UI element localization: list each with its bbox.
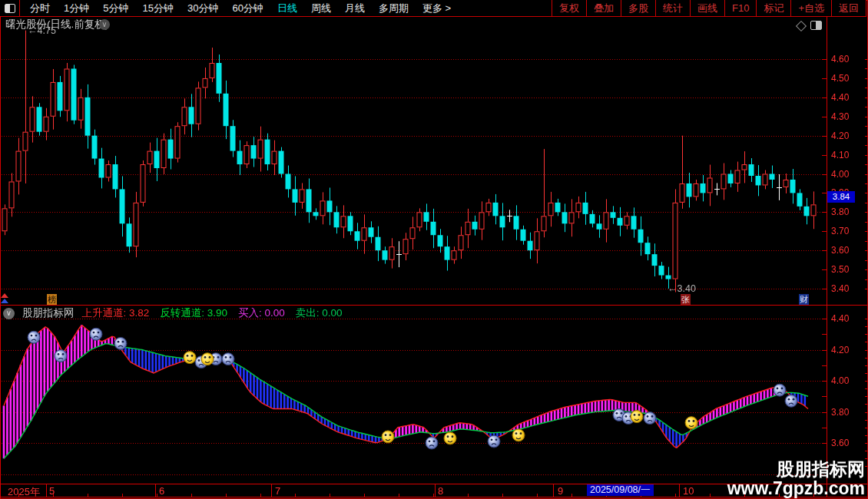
- split-left-icon: [5, 4, 15, 13]
- menu-item-10[interactable]: 多周期: [372, 2, 416, 15]
- menu-right-item-2[interactable]: 叠加: [586, 0, 621, 16]
- menu-item-7[interactable]: 日线: [270, 2, 304, 15]
- main-axis-label: 4.40: [831, 92, 849, 103]
- time-label-2025年: 2025年: [8, 485, 40, 499]
- indicator-source-label: 股朋指标网: [22, 306, 75, 320]
- time-label-9: 9: [558, 485, 563, 497]
- menu-right-item-4[interactable]: 统计: [655, 0, 690, 16]
- split-right-icon[interactable]: [810, 21, 822, 30]
- chart-canvas[interactable]: [0, 0, 868, 499]
- menu-item-2[interactable]: 1分钟: [57, 2, 96, 15]
- logo-icon: [1, 293, 8, 303]
- indicator-field-2: 反转通道: 3.90: [160, 306, 227, 320]
- badge-榜[interactable]: 榜: [47, 294, 57, 305]
- menu-right-item-8[interactable]: +自选: [790, 0, 831, 16]
- last-price-tag: 3.84: [827, 191, 855, 203]
- menu-item-3[interactable]: 5分钟: [96, 2, 135, 15]
- menu-right-item-1[interactable]: 复权: [552, 0, 586, 16]
- badge-张[interactable]: 张: [681, 294, 691, 305]
- indicator-field-3: 买入: 0.00: [238, 306, 285, 320]
- badge-财[interactable]: 财: [799, 294, 809, 305]
- indicator-header: ∨ 股朋指标网 上升通道: 3.82反转通道: 3.90买入: 0.00卖出: …: [3, 306, 343, 320]
- menu-item-9[interactable]: 月线: [338, 2, 372, 15]
- indicator-values: 上升通道: 3.82反转通道: 3.90买入: 0.00卖出: 0.00: [82, 306, 343, 320]
- time-label-8: 8: [438, 485, 443, 497]
- main-axis-label: 4.10: [831, 150, 849, 160]
- app-window: 分时1分钟5分钟15分钟30分钟60分钟日线周线月线多周期更多 > 复权叠加多股…: [0, 0, 868, 499]
- window-mode-button[interactable]: [0, 0, 20, 16]
- main-axis-label: 3.40: [831, 283, 849, 294]
- indicator-chevron-down-icon[interactable]: ∨: [3, 308, 15, 319]
- main-axis-label: 3.50: [831, 264, 849, 275]
- time-label-7: 7: [275, 485, 280, 497]
- indicator-field-1: 上升通道: 3.82: [82, 306, 150, 320]
- indicator-axis-label: 4.40: [831, 313, 849, 324]
- menu-item-6[interactable]: 60分钟: [225, 2, 270, 15]
- menu-bar: 分时1分钟5分钟15分钟30分钟60分钟日线周线月线多周期更多 > 复权叠加多股…: [0, 0, 866, 17]
- page-title: 曙光股份(日线.前复权): [5, 18, 108, 31]
- menu-item-8[interactable]: 周线: [304, 2, 338, 15]
- high-annotation: ←4.75: [28, 25, 56, 36]
- main-axis-label: 3.80: [831, 207, 849, 217]
- time-label-10: 10: [683, 485, 694, 497]
- main-axis-label: 4.30: [831, 111, 849, 122]
- indicator-axis-label: 4.20: [831, 345, 849, 355]
- menu-item-11[interactable]: 更多 >: [416, 2, 458, 15]
- menu-item-4[interactable]: 15分钟: [135, 2, 180, 15]
- watermark-site-url: www.7gpzb.com: [727, 479, 865, 498]
- indicator-axis-label: 4.00: [831, 375, 849, 386]
- time-label-5: 5: [49, 485, 55, 497]
- watermark: 股朋指标网 www.7gpzb.com: [727, 460, 865, 498]
- indicator-field-4: 卖出: 0.00: [296, 306, 343, 320]
- main-axis-label: 3.60: [831, 245, 849, 256]
- current-date-tag: 2025/09/08/一: [587, 484, 654, 496]
- menu-right: 复权叠加多股统计画线F10标记+自选返回: [552, 0, 866, 16]
- main-axis-label: 3.70: [831, 226, 849, 236]
- menu-right-item-5[interactable]: 画线: [690, 0, 724, 16]
- main-axis-label: 4.20: [831, 131, 849, 141]
- time-label-6: 6: [159, 485, 164, 497]
- menu-item-1[interactable]: 分时: [23, 2, 57, 15]
- menu-right-item-3[interactable]: 多股: [621, 0, 655, 16]
- main-axis-label: 4.00: [831, 169, 849, 180]
- main-axis-label: 4.50: [831, 73, 849, 84]
- main-axis-label: 4.60: [831, 54, 849, 64]
- menu-right-item-7[interactable]: 标记: [756, 0, 790, 16]
- indicator-axis-label: 3.80: [831, 407, 849, 418]
- menu-right-item-6[interactable]: F10: [724, 0, 756, 16]
- menu-left: 分时1分钟5分钟15分钟30分钟60分钟日线周线月线多周期更多 >: [23, 2, 458, 15]
- watermark-site-name: 股朋指标网: [727, 460, 865, 479]
- low-annotation: ←3.40: [668, 283, 696, 294]
- indicator-axis-label: 3.60: [831, 438, 849, 448]
- title-chevron-down-icon[interactable]: ∨: [99, 19, 110, 30]
- menu-item-5[interactable]: 30分钟: [181, 2, 225, 15]
- menu-right-item-9[interactable]: 返回: [831, 0, 866, 16]
